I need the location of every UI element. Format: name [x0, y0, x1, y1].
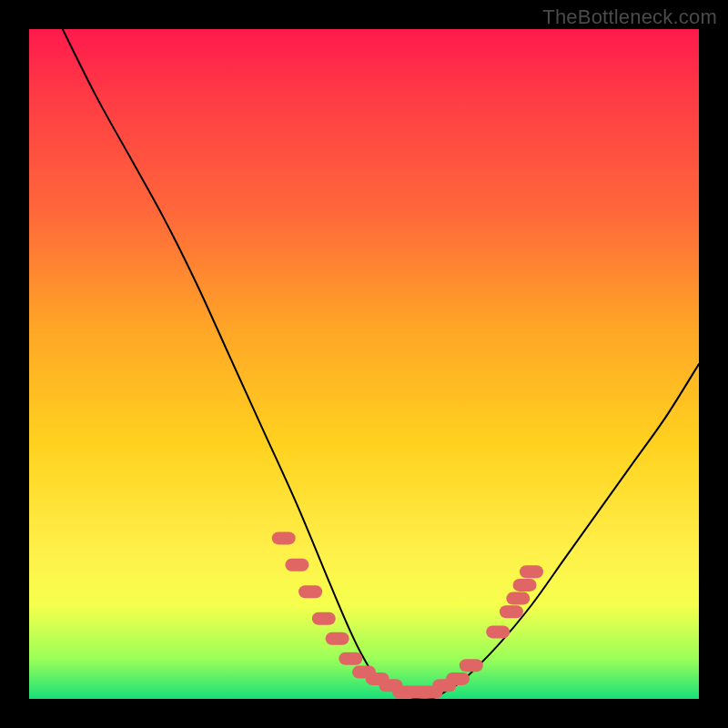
chart-frame: TheBottleneck.com: [0, 0, 728, 728]
plot-area: [29, 29, 699, 699]
bottleneck-chart: [29, 29, 699, 699]
measured-samples-group: [278, 538, 537, 692]
watermark-label: TheBottleneck.com: [542, 5, 717, 29]
bottleneck-curve-line: [63, 29, 699, 699]
